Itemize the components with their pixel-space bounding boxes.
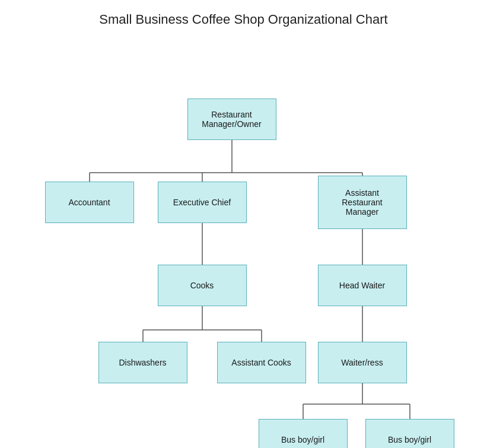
page-title: Small Business Coffee Shop Organizationa… xyxy=(12,12,475,27)
node-asst-cooks: Assistant Cooks xyxy=(217,342,306,383)
node-asst-manager: Assistant Restaurant Manager xyxy=(318,176,407,229)
node-cooks: Cooks xyxy=(158,265,247,306)
node-manager: Restaurant Manager/Owner xyxy=(187,99,276,140)
node-waiter-ress: Waiter/ress xyxy=(318,342,407,383)
node-exec-chef: Executive Chief xyxy=(158,182,247,223)
node-bus-boy-2: Bus boy/girl xyxy=(365,419,454,448)
node-dishwashers: Dishwashers xyxy=(98,342,187,383)
node-accountant: Accountant xyxy=(45,182,134,223)
org-chart: Restaurant Manager/Owner Accountant Exec… xyxy=(12,45,475,448)
node-head-waiter: Head Waiter xyxy=(318,265,407,306)
node-bus-boy-1: Bus boy/girl xyxy=(259,419,348,448)
